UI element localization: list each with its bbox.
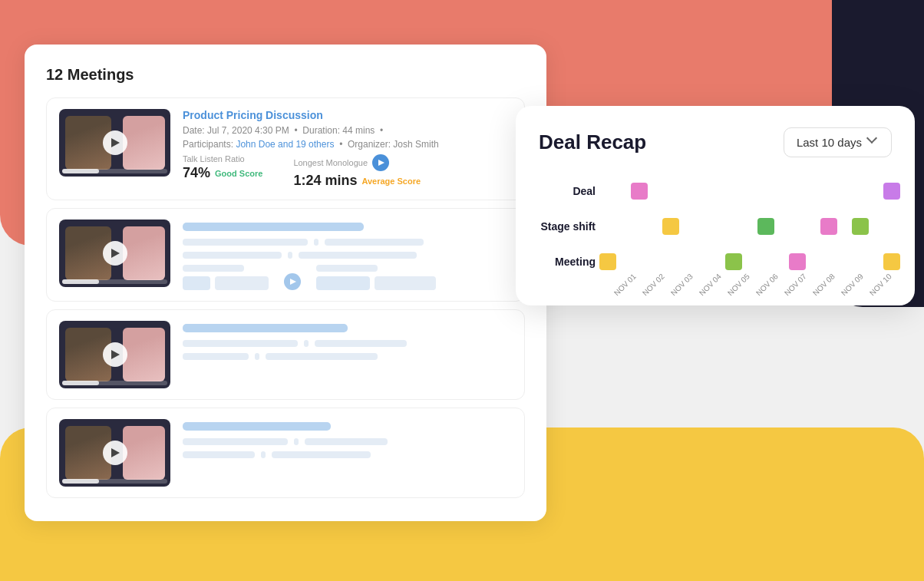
deal-recap-title: Deal Recap <box>539 130 646 154</box>
row-label: Meeting <box>539 256 608 268</box>
chart-row-deal: Deal <box>539 180 892 202</box>
meeting-item-skeleton-2 <box>46 208 525 302</box>
meeting-item-skeleton-4 <box>46 408 525 498</box>
chart-dot <box>820 218 837 235</box>
row-dots <box>608 180 892 202</box>
chart-dot <box>631 183 648 200</box>
play-button[interactable] <box>103 130 127 155</box>
chart-dot <box>757 218 774 235</box>
chart-dot <box>883 253 900 270</box>
deal-recap-header: Deal Recap Last 10 days <box>539 127 892 157</box>
x-axis-label: NOV 08 <box>810 272 837 298</box>
meetings-card: 12 Meetings Product Pricing Discussion D… <box>25 45 546 521</box>
chart-row-meeting: Meeting <box>539 251 892 272</box>
row-label: Deal <box>539 185 608 197</box>
x-axis-label: NOV 09 <box>839 272 865 298</box>
chart-dot <box>789 253 806 270</box>
monologue-stat: Longest Monologue 1:24 mins Average Scor… <box>293 154 421 189</box>
x-axis-label: NOV 05 <box>725 272 751 298</box>
x-axis-label: NOV 06 <box>754 272 780 298</box>
chart-dot <box>883 183 900 200</box>
play-icon-skeleton <box>284 273 301 290</box>
chart-row-stage-shift: Stage shift <box>539 216 892 237</box>
meeting-info-skeleton-3 <box>183 321 512 360</box>
video-thumbnail-2[interactable] <box>59 220 170 287</box>
play-button-3[interactable] <box>103 342 127 367</box>
video-thumbnail-3[interactable] <box>59 321 170 388</box>
video-thumbnail[interactable] <box>59 109 170 177</box>
meeting-item: Product Pricing Discussion Date: Jul 7, … <box>46 97 525 200</box>
x-axis-label: NOV 07 <box>782 272 808 298</box>
play-button-4[interactable] <box>103 441 127 465</box>
meeting-participants-meta: Participants: John Doe and 19 others • O… <box>183 139 512 150</box>
monologue-label: Longest Monologue <box>293 158 368 167</box>
talk-listen-value: 74% Good Score <box>183 165 262 181</box>
play-monologue-icon[interactable] <box>372 154 389 171</box>
meeting-info: Product Pricing Discussion Date: Jul 7, … <box>183 109 512 189</box>
participants-link[interactable]: John Doe and 19 others <box>236 139 334 150</box>
deal-recap-card: Deal Recap Last 10 days DealStage shiftM… <box>516 106 915 305</box>
meeting-date-meta: Date: Jul 7, 2020 4:30 PM • Duration: 44… <box>183 125 512 136</box>
row-label: Stage shift <box>539 220 608 233</box>
monologue-value: 1:24 mins Average Score <box>293 173 421 189</box>
x-axis-label: NOV 01 <box>612 272 638 298</box>
row-dots <box>608 216 892 237</box>
chart-dot <box>599 253 616 270</box>
date-filter-dropdown[interactable]: Last 10 days <box>784 127 892 157</box>
meetings-title: 12 Meetings <box>46 66 525 84</box>
talk-listen-stat: Talk Listen Ratio 74% Good Score <box>183 154 262 189</box>
talk-listen-label: Talk Listen Ratio <box>183 154 262 163</box>
play-button-2[interactable] <box>103 241 127 266</box>
chevron-down-icon <box>868 137 879 148</box>
meeting-info-skeleton-4 <box>183 419 512 458</box>
x-axis-label: NOV 10 <box>867 272 893 298</box>
chart-dot <box>725 253 742 270</box>
avg-score-badge: Average Score <box>361 177 421 186</box>
x-axis-label: NOV 02 <box>640 272 666 298</box>
x-axis-label: NOV 03 <box>668 272 695 298</box>
good-score-badge: Good Score <box>215 169 262 178</box>
video-thumbnail-4[interactable] <box>59 419 170 487</box>
x-axis-label: NOV 04 <box>697 272 723 298</box>
deal-recap-chart: DealStage shiftMeeting NOV 01NOV 02NOV 0… <box>539 180 892 290</box>
meeting-info-skeleton-2 <box>183 220 512 290</box>
meeting-item-skeleton-3 <box>46 309 525 400</box>
chart-dot <box>852 218 869 235</box>
chart-dot <box>662 218 679 235</box>
row-dots <box>608 251 892 272</box>
meeting-title-link[interactable]: Product Pricing Discussion <box>183 109 512 121</box>
meeting-stats: Talk Listen Ratio 74% Good Score Longest… <box>183 154 512 189</box>
